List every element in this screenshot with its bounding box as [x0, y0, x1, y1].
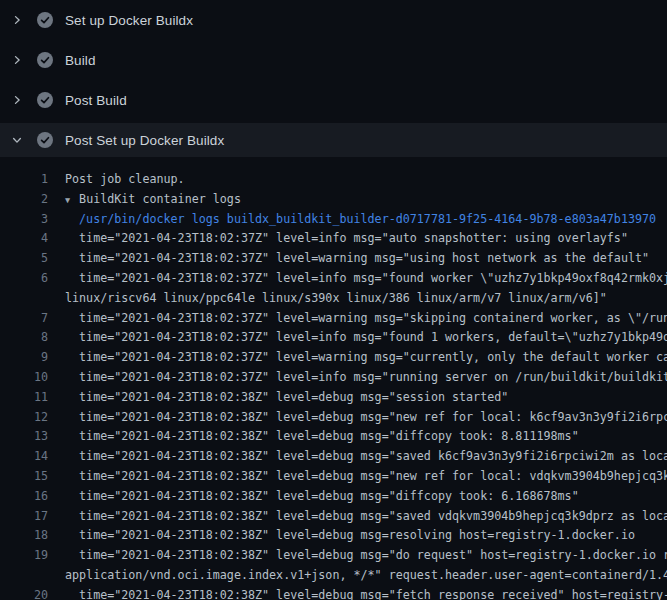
log-line-number[interactable]: 16	[0, 487, 48, 507]
log-line: 9 time="2021-04-23T18:02:37Z" level=warn…	[0, 348, 667, 368]
log-line: 14 time="2021-04-23T18:02:38Z" level=deb…	[0, 447, 667, 467]
log-text: time="2021-04-23T18:02:38Z" level=debug …	[79, 449, 667, 463]
step-label: Post Build	[65, 93, 127, 108]
step-label: Set up Docker Buildx	[65, 13, 193, 28]
log-line-number[interactable]: 2	[0, 190, 48, 210]
log-line-number[interactable]: 15	[0, 467, 48, 487]
log-line-text: time="2021-04-23T18:02:37Z" level=warnin…	[48, 309, 667, 329]
log-text: time="2021-04-23T18:02:38Z" level=debug …	[79, 410, 667, 424]
log-text: time="2021-04-23T18:02:38Z" level=debug …	[79, 429, 579, 443]
log-line-text: time="2021-04-23T18:02:38Z" level=debug …	[48, 388, 667, 408]
log-text: time="2021-04-23T18:02:38Z" level=debug …	[79, 509, 667, 523]
log-group-header: ▼BuildKit container logs	[48, 190, 667, 210]
log-group-toggle-icon[interactable]: ▼	[65, 191, 79, 210]
check-circle-icon	[37, 132, 53, 148]
log-line-text: time="2021-04-23T18:02:38Z" level=debug …	[48, 546, 667, 566]
log-command-text: /usr/bin/docker logs buildx_buildkit_bui…	[48, 210, 667, 230]
log-line-text: time="2021-04-23T18:02:38Z" level=debug …	[48, 447, 667, 467]
log-text: time="2021-04-23T18:02:37Z" level=warnin…	[79, 251, 649, 265]
step-header[interactable]: Build	[0, 40, 667, 80]
log-line: 15 time="2021-04-23T18:02:38Z" level=deb…	[0, 467, 667, 487]
log-line-number[interactable]: 1	[0, 170, 48, 190]
log-text: /usr/bin/docker logs buildx_buildkit_bui…	[79, 212, 656, 226]
log-line: 18 time="2021-04-23T18:02:38Z" level=deb…	[0, 526, 667, 546]
log-line-number	[0, 289, 48, 309]
log-line-text: time="2021-04-23T18:02:38Z" level=debug …	[48, 487, 667, 507]
log-text: time="2021-04-23T18:02:38Z" level=debug …	[79, 548, 667, 562]
step-row-slot: Build	[0, 40, 667, 80]
log-line-number[interactable]: 4	[0, 229, 48, 249]
step-row-slot: Set up Docker Buildx	[0, 0, 667, 40]
log-line-number[interactable]: 17	[0, 507, 48, 527]
log-line: 13 time="2021-04-23T18:02:38Z" level=deb…	[0, 427, 667, 447]
check-circle-icon	[37, 12, 53, 28]
log-line: 10 time="2021-04-23T18:02:37Z" level=inf…	[0, 368, 667, 388]
log-line-text: time="2021-04-23T18:02:38Z" level=debug …	[48, 507, 667, 527]
log-text: linux/riscv64 linux/ppc64le linux/s390x …	[65, 291, 607, 305]
log-line-text: time="2021-04-23T18:02:37Z" level=warnin…	[48, 249, 667, 269]
log-line-text: time="2021-04-23T18:02:37Z" level=info m…	[48, 328, 667, 348]
log-line: 8 time="2021-04-23T18:02:37Z" level=info…	[0, 328, 667, 348]
step-row-slot: Post Set up Docker Buildx	[0, 120, 667, 160]
actions-log-viewer: Set up Docker BuildxBuildPost BuildPost …	[0, 0, 667, 600]
log-text: time="2021-04-23T18:02:37Z" level=info m…	[79, 330, 667, 344]
chevron-right-icon	[10, 93, 24, 107]
log-line-number[interactable]: 18	[0, 526, 48, 546]
log-line-number[interactable]: 20	[0, 586, 48, 600]
log-line: 17 time="2021-04-23T18:02:38Z" level=deb…	[0, 507, 667, 527]
log-line-number[interactable]: 3	[0, 210, 48, 230]
step-row-slot: Post Build	[0, 80, 667, 120]
chevron-right-icon	[10, 13, 24, 27]
log-line-number[interactable]: 9	[0, 348, 48, 368]
log-text: time="2021-04-23T18:02:38Z" level=debug …	[79, 469, 667, 483]
log-line-continuation: application/vnd.oci.image.index.v1+json,…	[0, 566, 667, 586]
log-group-label: BuildKit container logs	[79, 192, 241, 206]
log-text: time="2021-04-23T18:02:37Z" level=info m…	[79, 370, 667, 384]
log-line-number[interactable]: 19	[0, 546, 48, 566]
log-line-number[interactable]: 8	[0, 328, 48, 348]
log-line: 7 time="2021-04-23T18:02:37Z" level=warn…	[0, 309, 667, 329]
log-text: application/vnd.oci.image.index.v1+json,…	[65, 568, 667, 582]
log-line-number[interactable]: 5	[0, 249, 48, 269]
log-line: 20 time="2021-04-23T18:02:38Z" level=deb…	[0, 586, 667, 600]
log-text: time="2021-04-23T18:02:37Z" level=info m…	[79, 271, 667, 285]
step-header[interactable]: Set up Docker Buildx	[0, 0, 667, 40]
log-line-text: Post job cleanup.	[48, 170, 667, 190]
log-line-text: time="2021-04-23T18:02:37Z" level=info m…	[48, 368, 667, 388]
log-line-text: time="2021-04-23T18:02:38Z" level=debug …	[48, 467, 667, 487]
step-header[interactable]: Post Build	[0, 80, 667, 120]
log-line-continuation: linux/riscv64 linux/ppc64le linux/s390x …	[0, 289, 667, 309]
log-text: Post job cleanup.	[65, 172, 185, 186]
log-text: time="2021-04-23T18:02:37Z" level=warnin…	[79, 350, 667, 364]
log-line: 11 time="2021-04-23T18:02:38Z" level=deb…	[0, 388, 667, 408]
check-circle-icon	[37, 92, 53, 108]
log-line-number[interactable]: 13	[0, 427, 48, 447]
log-text: time="2021-04-23T18:02:38Z" level=debug …	[79, 489, 579, 503]
log-text: time="2021-04-23T18:02:38Z" level=debug …	[79, 390, 508, 404]
log-line-text: time="2021-04-23T18:02:37Z" level=info m…	[48, 269, 667, 289]
log-line-number[interactable]: 11	[0, 388, 48, 408]
log-line-number[interactable]: 12	[0, 408, 48, 428]
step-list: Set up Docker BuildxBuildPost BuildPost …	[0, 0, 667, 160]
log-line-number[interactable]: 10	[0, 368, 48, 388]
log-line-number[interactable]: 14	[0, 447, 48, 467]
log-line-number[interactable]: 6	[0, 269, 48, 289]
log-area: 1Post job cleanup.2▼BuildKit container l…	[0, 160, 667, 600]
log-line: 6 time="2021-04-23T18:02:37Z" level=info…	[0, 269, 667, 289]
log-text: time="2021-04-23T18:02:38Z" level=debug …	[79, 528, 635, 542]
log-line-text: time="2021-04-23T18:02:38Z" level=debug …	[48, 427, 667, 447]
log-text: time="2021-04-23T18:02:37Z" level=info m…	[79, 231, 628, 245]
log-text: time="2021-04-23T18:02:38Z" level=debug …	[79, 588, 667, 600]
log-line-number[interactable]: 7	[0, 309, 48, 329]
log-line: 2▼BuildKit container logs	[0, 190, 667, 210]
step-header[interactable]: Post Set up Docker Buildx	[0, 123, 667, 157]
step-label: Post Set up Docker Buildx	[65, 133, 224, 148]
log-line: 3 /usr/bin/docker logs buildx_buildkit_b…	[0, 210, 667, 230]
log-line-text: application/vnd.oci.image.index.v1+json,…	[48, 566, 667, 586]
chevron-right-icon	[10, 53, 24, 67]
log-line: 5 time="2021-04-23T18:02:37Z" level=warn…	[0, 249, 667, 269]
log-line: 12 time="2021-04-23T18:02:38Z" level=deb…	[0, 408, 667, 428]
check-circle-icon	[37, 52, 53, 68]
log-line-number	[0, 566, 48, 586]
log-line: 1Post job cleanup.	[0, 170, 667, 190]
